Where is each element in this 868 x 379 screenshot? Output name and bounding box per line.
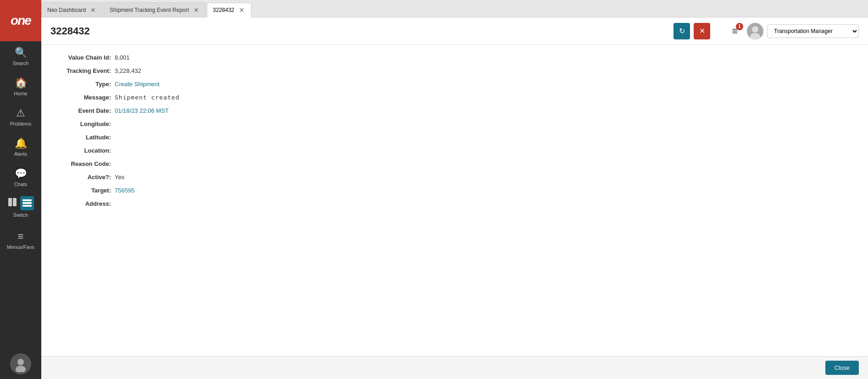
value-tracking-event: 3,228,432 <box>115 67 141 74</box>
field-address: Address: <box>55 200 854 207</box>
app-logo[interactable]: one <box>0 0 41 41</box>
warning-icon: ⚠ <box>16 107 25 119</box>
home-icon: 🏠 <box>15 77 27 89</box>
content-area: 3228432 ↻ ✕ ≡ 1 <box>41 17 868 379</box>
sidebar-item-chats[interactable]: 💬 Chats <box>0 162 41 192</box>
field-value-chain-id: Value Chain Id: 8,001 <box>55 54 854 61</box>
label-address: Address: <box>55 200 115 207</box>
tab-3228432[interactable]: 3228432 ✕ <box>207 3 251 17</box>
tab-neo-dashboard[interactable]: Neo Dashboard ✕ <box>41 2 103 17</box>
tab-label-shipment-tracking: Shipment Tracking Event Report <box>110 7 189 13</box>
svg-rect-3 <box>22 202 32 204</box>
sidebar: one 🔍 Search 🏠 Home ⚠ Problems 🔔 Alerts … <box>0 0 41 379</box>
notification-badge: 1 <box>736 23 743 30</box>
tab-label-neo-dashboard: Neo Dashboard <box>47 7 86 13</box>
field-message: Message: Shipment created <box>55 94 854 101</box>
chat-icon: 💬 <box>15 168 27 180</box>
sidebar-item-search[interactable]: 🔍 Search <box>0 41 41 71</box>
label-type: Type: <box>55 81 115 88</box>
field-longitude: Longitude: <box>55 121 854 127</box>
detail-content: Value Chain Id: 8,001 Tracking Event: 3,… <box>41 45 868 356</box>
svg-point-9 <box>752 26 758 33</box>
label-message: Message: <box>55 94 115 101</box>
close-icon: ✕ <box>699 27 705 35</box>
value-active: Yes <box>115 174 124 181</box>
label-event-date: Event Date: <box>55 107 115 114</box>
label-active: Active?: <box>55 174 115 181</box>
sidebar-item-menus[interactable]: ≡ Menus/Favs <box>0 225 41 255</box>
refresh-button[interactable]: ↻ <box>673 23 690 39</box>
tab-shipment-tracking[interactable]: Shipment Tracking Event Report ✕ <box>104 2 206 17</box>
sidebar-item-home[interactable]: 🏠 Home <box>0 71 41 102</box>
svg-point-6 <box>17 359 24 365</box>
field-target: Target: 756595 <box>55 187 854 194</box>
field-latitude: Latitude: <box>55 134 854 141</box>
sidebar-bottom <box>0 349 41 379</box>
tab-close-neo-dashboard[interactable]: ✕ <box>89 6 97 14</box>
menus-icon: ≡ <box>18 231 24 242</box>
main-content: Neo Dashboard ✕ Shipment Tracking Event … <box>41 0 868 379</box>
sidebar-label-switch: Switch <box>13 212 28 218</box>
sidebar-label-search: Search <box>13 60 29 66</box>
value-value-chain-id: 8,001 <box>115 54 130 61</box>
label-latitude: Latitude: <box>55 134 115 141</box>
user-avatar[interactable] <box>10 353 31 374</box>
sidebar-item-alerts[interactable]: 🔔 Alerts <box>0 132 41 162</box>
switch-active-button[interactable] <box>20 196 34 210</box>
tab-close-3228432[interactable]: ✕ <box>238 6 245 14</box>
close-button[interactable]: Close <box>825 361 859 375</box>
page-header: 3228432 ↻ ✕ ≡ 1 <box>41 17 868 45</box>
search-icon: 🔍 <box>15 47 27 59</box>
tab-label-3228432: 3228432 <box>213 7 234 13</box>
logo-text: one <box>11 13 31 28</box>
field-event-date: Event Date: 01/18/23 22:06 MST <box>55 107 854 114</box>
sidebar-label-menus: Menus/Favs <box>7 244 34 250</box>
value-type[interactable]: Create Shipment <box>115 81 160 88</box>
field-type: Type: Create Shipment <box>55 81 854 88</box>
svg-rect-4 <box>22 205 32 207</box>
field-location: Location: <box>55 147 854 154</box>
value-target[interactable]: 756595 <box>115 187 134 194</box>
svg-rect-0 <box>8 198 12 206</box>
bell-icon: 🔔 <box>15 137 27 149</box>
sidebar-label-problems: Problems <box>10 121 31 126</box>
label-longitude: Longitude: <box>55 121 115 127</box>
field-tracking-event: Tracking Event: 3,228,432 <box>55 67 854 74</box>
switch-panel-button[interactable] <box>7 196 17 210</box>
tab-close-shipment-tracking[interactable]: ✕ <box>193 6 200 14</box>
page-footer: Close <box>41 356 868 379</box>
close-record-button[interactable]: ✕ <box>694 23 710 39</box>
user-avatar-header[interactable] <box>747 23 763 39</box>
label-target: Target: <box>55 187 115 194</box>
refresh-icon: ↻ <box>679 27 685 35</box>
tab-bar: Neo Dashboard ✕ Shipment Tracking Event … <box>41 0 868 17</box>
switch-icons <box>7 196 34 210</box>
sidebar-label-alerts: Alerts <box>14 151 27 157</box>
label-reason-code: Reason Code: <box>55 160 115 167</box>
svg-rect-1 <box>13 198 17 206</box>
header-actions: ↻ ✕ ≡ 1 Transportation Manage <box>673 23 859 39</box>
value-message: Shipment created <box>115 94 179 101</box>
hamburger-menu-button[interactable]: ≡ 1 <box>727 23 743 39</box>
role-selector[interactable]: Transportation Manager <box>767 24 859 38</box>
label-location: Location: <box>55 147 115 154</box>
svg-rect-2 <box>22 199 32 201</box>
sidebar-label-chats: Chats <box>14 181 28 187</box>
sidebar-item-problems[interactable]: ⚠ Problems <box>0 102 41 132</box>
value-event-date[interactable]: 01/18/23 22:06 MST <box>115 107 169 114</box>
field-reason-code: Reason Code: <box>55 160 854 167</box>
sidebar-label-home: Home <box>14 91 27 96</box>
sidebar-switch-section: Switch <box>0 192 41 221</box>
label-tracking-event: Tracking Event: <box>55 67 115 74</box>
label-value-chain-id: Value Chain Id: <box>55 54 115 61</box>
page-title: 3228432 <box>50 25 673 37</box>
field-active: Active?: Yes <box>55 174 854 181</box>
